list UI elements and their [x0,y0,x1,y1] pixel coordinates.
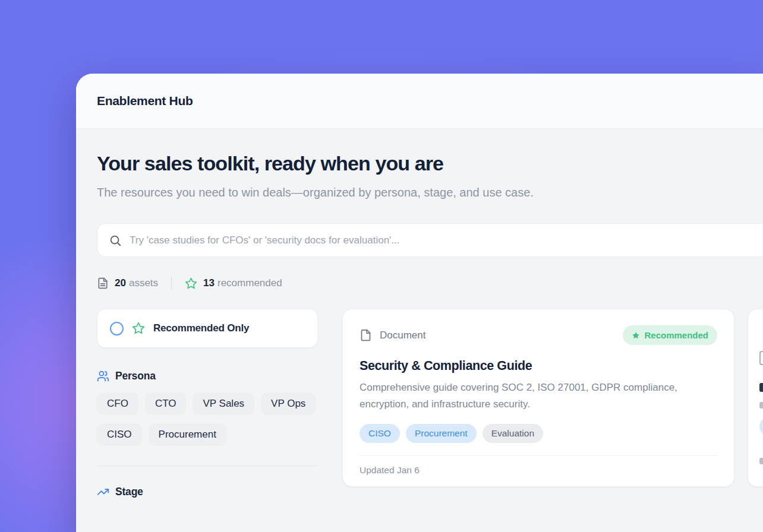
persona-chip-cfo[interactable]: CFO [97,392,138,415]
recommended-badge: Recommended [623,325,717,345]
recommended-only-label: Recommended Only [153,322,249,334]
page-title: Your sales toolkit, ready when you are [97,152,763,175]
recommended-count: 13 [203,277,215,289]
persona-chips: CFO CTO VP Sales VP Ops CISO Procurement [97,392,318,446]
users-icon [97,370,109,382]
page-subtitle: The resources you need to win deals—orga… [97,183,581,202]
card-header: Document Recommended [360,325,717,345]
asset-card-partial[interactable] [748,309,763,487]
recommended-only-toggle[interactable]: Recommended Only [97,309,318,348]
stats-row: 20 assets 13 recommended [97,277,763,290]
star-icon [132,322,145,335]
card-tags: CISO Procurement Evaluation [360,424,717,443]
recommended-label: recommended [217,277,282,289]
star-count-icon [185,277,197,290]
card-type-label: Document [380,330,425,341]
assets-label: assets [129,277,158,289]
asset-cards: Document Recommended Security & Complian… [342,309,763,498]
stats-divider [171,277,172,290]
persona-section-label: Persona [115,370,156,382]
card-description-fragment [759,402,763,408]
layout: Recommended Only Persona CFO CTO VP Sale… [97,309,763,498]
filters-panel: Recommended Only Persona CFO CTO VP Sale… [97,309,318,498]
file-icon [360,329,372,341]
card-title: Security & Compliance Guide [360,359,717,373]
stage-section-label: Stage [115,486,143,498]
asset-card-security-compliance-guide[interactable]: Document Recommended Security & Complian… [342,309,734,487]
tag-procurement: Procurement [406,424,477,443]
window-header: Enablement Hub [76,74,763,129]
filters-divider [97,466,318,466]
app-window: Enablement Hub Your sales toolkit, ready… [76,74,763,532]
persona-section-heading: Persona [97,370,318,382]
star-filled-icon [632,331,640,340]
search-input[interactable] [130,235,763,246]
card-type: Document [360,329,425,341]
card-updated-date: Updated Jan 6 [360,456,717,484]
tag-evaluation: Evaluation [483,424,543,443]
persona-chip-cto[interactable]: CTO [145,392,187,415]
tag-ciso: CISO [360,424,400,443]
tag-fragment [759,417,763,436]
persona-chip-vp-ops[interactable]: VP Ops [261,392,316,415]
card-footer-fragment [759,458,763,464]
search-icon [109,234,122,247]
recommended-badge-label: Recommended [644,330,708,340]
app-title: Enablement Hub [97,94,193,108]
stage-section-heading: Stage [97,486,318,498]
search-box[interactable] [97,223,763,257]
persona-chip-ciso[interactable]: CISO [97,423,142,446]
document-count-icon [97,277,109,289]
main-content: Your sales toolkit, ready when you are T… [76,129,763,498]
card-description: Comprehensive guide covering SOC 2, ISO … [360,379,710,412]
trending-up-icon [97,486,109,498]
assets-count: 20 [115,277,126,289]
card-title-fragment [759,383,763,392]
persona-chip-procurement[interactable]: Procurement [149,423,226,446]
recommended-only-radio [110,322,124,335]
persona-chip-vp-sales[interactable]: VP Sales [193,392,254,415]
file-icon [759,351,763,365]
